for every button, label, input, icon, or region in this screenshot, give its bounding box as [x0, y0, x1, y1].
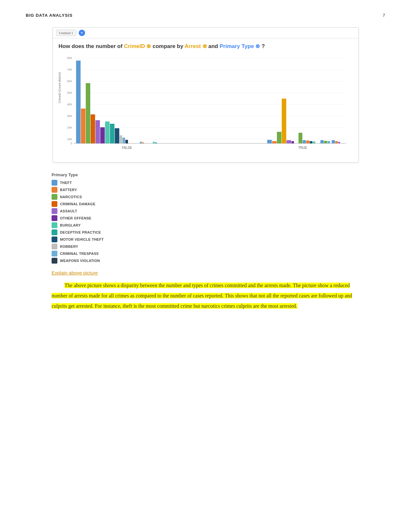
legend-color-swatch: [52, 201, 57, 207]
legend-item-label: NARCOTICS: [60, 195, 82, 199]
bar-true-s4: [313, 141, 315, 143]
legend-color-swatch: [52, 180, 57, 186]
chart-question: How does the number of CrimeID ⊗ compare…: [53, 38, 358, 52]
bar-false-small1: [140, 142, 142, 143]
legend-item: ASSAULT: [52, 208, 155, 214]
legend-item-label: MOTOR VEHICLE THEFT: [60, 237, 104, 241]
bar-true-burglary: [298, 133, 302, 143]
legend-item-label: OTHER OFFENSE: [60, 216, 91, 220]
primary-type-label: Primary Type ⊗: [220, 43, 260, 49]
legend-color-swatch: [52, 229, 57, 235]
legend-item-label: CRIMINAL DAMAGE: [60, 202, 95, 206]
crime-id-label: CrimeID ⊗: [124, 43, 151, 49]
bar-false-burglary: [105, 121, 110, 143]
legend-section: Primary Type THEFTBATTERYNARCOTICSCRIMIN…: [52, 172, 155, 264]
bar-true-s9: [335, 141, 338, 143]
page-number: 7: [383, 13, 385, 18]
legend-item-label: DECEPTIVE PRACTICE: [60, 230, 101, 234]
bar-false-motor-vehicle: [115, 128, 119, 143]
legend-item-label: THEFT: [60, 181, 72, 185]
bar-true-s1: [303, 140, 306, 143]
legend-item: CRIMINAL TRESPASS: [52, 251, 155, 256]
bar-false-criminal-damage: [91, 114, 95, 143]
legend-item-label: WEAPONS VIOLATION: [60, 259, 100, 263]
legend-item: BURGLARY: [52, 222, 155, 228]
bar-false-small4: [155, 142, 157, 143]
legend-color-swatch: [52, 237, 57, 242]
legend-item: NARCOTICS: [52, 194, 155, 200]
bar-false-assault: [95, 120, 100, 143]
bar-false-weapons: [125, 140, 128, 143]
svg-text:60K: 60K: [67, 80, 72, 83]
bar-false-battery: [81, 109, 85, 143]
legend-title: Primary Type: [52, 172, 155, 177]
legend-item: MOTOR VEHICLE THEFT: [52, 237, 155, 242]
chart-body: CrimeID (Count distinct) 80K 70K 60K 50K…: [53, 52, 358, 162]
svg-text:Arrest: Arrest: [210, 151, 218, 151]
svg-text:10K: 10K: [67, 138, 72, 141]
bar-false-criminal-trespass: [122, 138, 125, 143]
body-text: The above picture shows a disparity betw…: [52, 280, 359, 311]
page-header: BIG DATA ANALYSIS 7: [26, 13, 385, 18]
bar-false-other-offense: [100, 127, 105, 143]
svg-text:80K: 80K: [67, 56, 72, 60]
svg-text:70K: 70K: [67, 68, 72, 71]
bar-true-s3: [310, 141, 312, 143]
body-paragraph: The above picture shows a disparity betw…: [52, 283, 352, 309]
bar-true-theft: [267, 140, 272, 143]
legend-color-swatch: [52, 244, 57, 249]
legend-color-swatch: [52, 215, 57, 221]
legend-items: THEFTBATTERYNARCOTICSCRIMINAL DAMAGEASSA…: [52, 180, 155, 264]
explain-label[interactable]: Explain above picture: [52, 270, 385, 276]
bar-true-s5: [320, 140, 324, 143]
legend-color-swatch: [52, 194, 57, 200]
bar-true-s8: [332, 140, 335, 143]
legend-item: THEFT: [52, 180, 155, 186]
svg-text:FALSE: FALSE: [122, 146, 132, 150]
svg-text:50K: 50K: [67, 91, 72, 94]
legend-item: OTHER OFFENSE: [52, 215, 155, 221]
question-mid2: and: [207, 43, 220, 49]
bar-false-small2: [142, 142, 144, 143]
add-tab-button[interactable]: +: [79, 30, 85, 36]
svg-text:30K: 30K: [67, 114, 72, 118]
question-prefix: How does the number of: [59, 43, 124, 49]
svg-text:0: 0: [70, 142, 72, 145]
bar-true-s2: [306, 140, 309, 143]
legend-item-label: ROBBERY: [60, 245, 78, 248]
chart-tab-bar: Untitled 1 +: [53, 28, 358, 38]
legend-item-label: BURGLARY: [60, 223, 81, 227]
bar-true-s6: [324, 141, 327, 143]
chart-container: Untitled 1 + How does the number of Crim…: [53, 27, 359, 163]
bar-false-robbery: [120, 135, 122, 143]
bar-true-assault: [287, 140, 291, 143]
svg-text:CrimeID (Count distinct): CrimeID (Count distinct): [58, 72, 61, 103]
legend-color-swatch: [52, 258, 57, 264]
legend-item: CRIMINAL DAMAGE: [52, 201, 155, 207]
question-mid1: compare by: [151, 43, 184, 49]
bar-false-theft: [76, 61, 81, 143]
bar-false-deceptive-practice: [110, 124, 114, 143]
bar-false-narcotics: [86, 83, 90, 143]
chart-tab[interactable]: Untitled 1: [56, 30, 76, 36]
svg-text:20K: 20K: [67, 126, 72, 129]
legend-item-label: CRIMINAL TRESPASS: [60, 252, 99, 256]
bar-true-s10: [338, 142, 340, 143]
legend-item: BATTERY: [52, 187, 155, 193]
bar-true-battery: [272, 141, 277, 143]
legend-color-swatch: [52, 187, 57, 193]
legend-color-swatch: [52, 208, 57, 214]
question-suffix: ?: [260, 43, 265, 49]
legend-item-label: BATTERY: [60, 188, 77, 192]
legend-item: ROBBERY: [52, 244, 155, 249]
legend-item: DECEPTIVE PRACTICE: [52, 229, 155, 235]
svg-text:TRUE: TRUE: [298, 146, 307, 150]
bar-true-narcotics: [277, 132, 281, 143]
bar-true-criminal-damage: [282, 99, 286, 143]
bar-true-other: [291, 141, 294, 143]
legend-item-label: ASSAULT: [60, 209, 77, 213]
svg-text:40K: 40K: [67, 103, 72, 106]
arrest-label: Arrest ⊗: [185, 43, 207, 49]
bar-chart: CrimeID (Count distinct) 80K 70K 60K 50K…: [56, 55, 353, 151]
bar-false-small3: [153, 142, 155, 143]
